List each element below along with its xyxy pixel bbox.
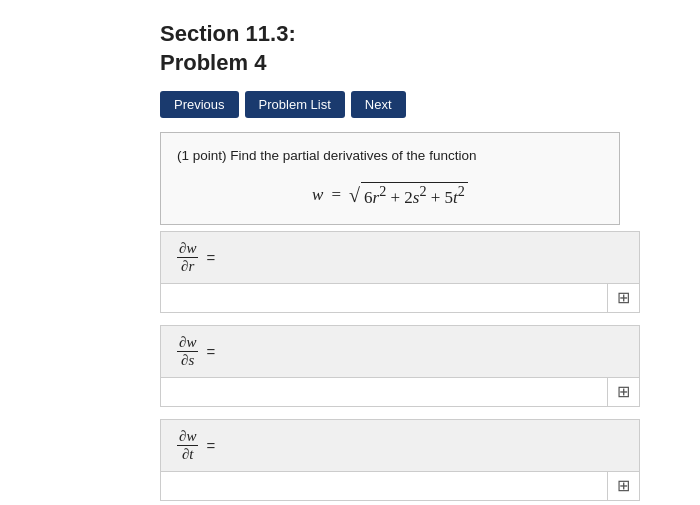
partial-r-group: ∂w ∂r = ⊞ <box>160 231 670 313</box>
problem-box: (1 point) Find the partial derivatives o… <box>160 132 620 225</box>
partial-t-grid-button[interactable]: ⊞ <box>608 471 640 501</box>
previous-button[interactable]: Previous <box>160 91 239 118</box>
problem-list-button[interactable]: Problem List <box>245 91 345 118</box>
partial-r-input[interactable] <box>160 283 608 313</box>
partial-s-group: ∂w ∂s = ⊞ <box>160 325 670 407</box>
partial-t-eq: = <box>206 437 215 454</box>
partial-s-input-row: ⊞ <box>160 377 640 407</box>
partial-s-label: ∂w ∂s <box>177 334 198 369</box>
partial-s-grid-button[interactable]: ⊞ <box>608 377 640 407</box>
partial-r-grid-button[interactable]: ⊞ <box>608 283 640 313</box>
partial-r-eq: = <box>206 249 215 266</box>
next-button[interactable]: Next <box>351 91 406 118</box>
formula-w: w <box>312 185 323 205</box>
partial-t-input-row: ⊞ <box>160 471 640 501</box>
partial-t-group: ∂w ∂t = ⊞ <box>160 419 670 501</box>
problem-intro: (1 point) Find the partial derivatives o… <box>177 147 603 166</box>
formula-sqrt: √ 6r2 + 2s2 + 5t2 <box>349 182 468 208</box>
page-title: Section 11.3: Problem 4 <box>160 20 670 77</box>
partial-t-input[interactable] <box>160 471 608 501</box>
partial-r-label: ∂w ∂r <box>177 240 198 275</box>
partial-t-label: ∂w ∂t <box>177 428 198 463</box>
partial-s-input[interactable] <box>160 377 608 407</box>
nav-buttons: Previous Problem List Next <box>160 91 670 118</box>
partial-s-eq: = <box>206 343 215 360</box>
formula-display: w = √ 6r2 + 2s2 + 5t2 <box>177 176 603 214</box>
partial-r-input-row: ⊞ <box>160 283 640 313</box>
